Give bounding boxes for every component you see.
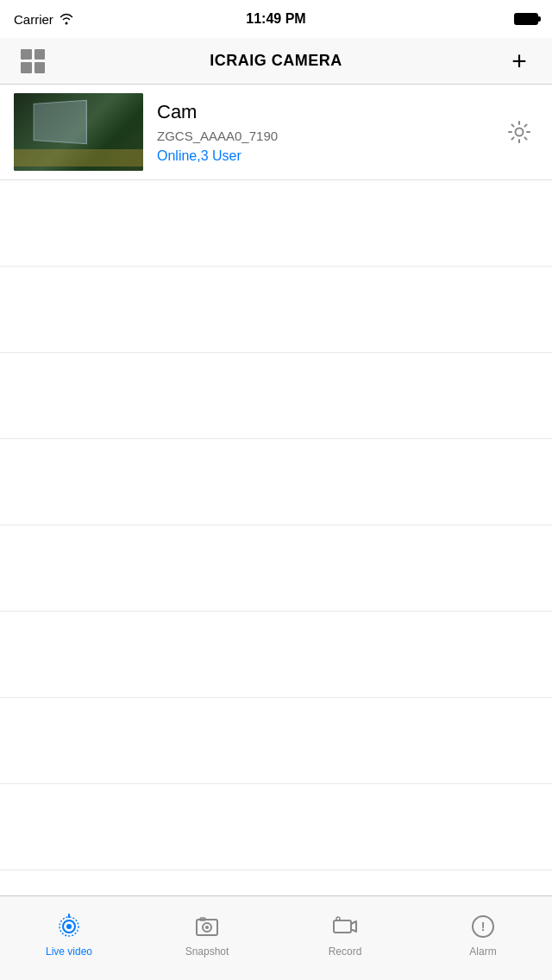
empty-row-1	[0, 180, 552, 267]
grid-icon	[21, 49, 45, 73]
camera-device-id: ZGCS_AAAA0_7190	[157, 129, 500, 143]
snapshot-icon	[193, 913, 221, 940]
camera-settings-button[interactable]	[500, 113, 538, 151]
tab-alarm[interactable]: ! Alarm	[414, 896, 552, 980]
status-bar: Carrier 11:49 PM	[0, 0, 552, 38]
empty-row-4	[0, 439, 552, 525]
gear-icon	[507, 120, 531, 144]
svg-rect-9	[334, 920, 351, 933]
record-icon	[331, 913, 359, 940]
camera-status: Online,3 User	[157, 148, 500, 164]
tab-live-video-label: Live video	[46, 945, 92, 958]
status-time: 11:49 PM	[246, 11, 305, 27]
camera-list-item[interactable]: Cam ZGCS_AAAA0_7190 Online,3 User	[0, 85, 552, 180]
empty-row-2	[0, 267, 552, 353]
empty-row-6	[0, 612, 552, 698]
empty-row-5	[0, 525, 552, 612]
grid-view-button[interactable]	[14, 42, 52, 80]
camera-name: Cam	[157, 101, 500, 123]
carrier-label: Carrier	[14, 12, 74, 27]
live-video-icon	[55, 913, 83, 940]
battery-indicator	[514, 13, 538, 25]
empty-row-3	[0, 353, 552, 439]
tab-alarm-label: Alarm	[469, 945, 496, 958]
tab-snapshot-label: Snapshot	[185, 945, 229, 958]
svg-point-8	[205, 926, 209, 929]
camera-list: Cam ZGCS_AAAA0_7190 Online,3 User	[0, 85, 552, 870]
tab-bar: Live video Snapshot Record	[0, 895, 552, 980]
tab-live-video[interactable]: Live video	[0, 896, 138, 980]
wifi-icon	[59, 13, 74, 25]
tab-snapshot[interactable]: Snapshot	[138, 896, 276, 980]
empty-row-8	[0, 784, 552, 870]
thumbnail-image	[14, 93, 143, 171]
camera-thumbnail	[14, 93, 143, 171]
add-camera-button[interactable]: +	[500, 42, 538, 80]
svg-point-11	[336, 917, 340, 920]
camera-info: Cam ZGCS_AAAA0_7190 Online,3 User	[143, 101, 500, 164]
svg-marker-10	[351, 921, 356, 932]
tab-record-label: Record	[329, 945, 362, 958]
empty-row-7	[0, 698, 552, 784]
battery-icon	[514, 13, 538, 25]
carrier-text: Carrier	[14, 12, 53, 27]
svg-text:!: !	[481, 920, 486, 933]
navigation-bar: ICRAIG CAMERA +	[0, 38, 552, 85]
svg-point-0	[516, 129, 524, 136]
tab-record[interactable]: Record	[276, 896, 414, 980]
svg-point-2	[66, 924, 72, 929]
alarm-icon: !	[469, 913, 497, 940]
app-title: ICRAIG CAMERA	[210, 52, 342, 70]
